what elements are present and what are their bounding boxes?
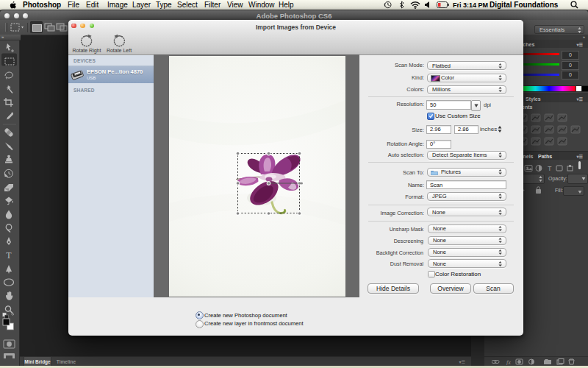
svg-text:T: T xyxy=(6,250,12,261)
svg-text:T: T xyxy=(548,165,552,172)
svg-text:fx: fx xyxy=(506,359,511,366)
